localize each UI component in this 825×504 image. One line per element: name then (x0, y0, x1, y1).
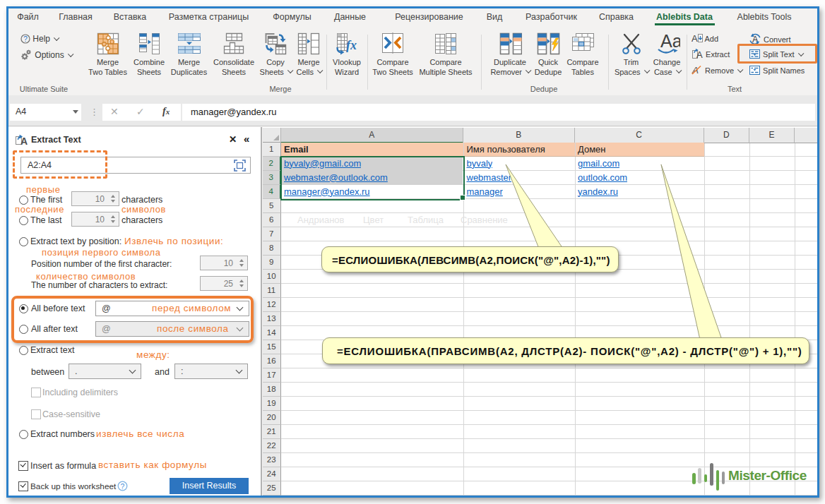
svg-text:A: A (692, 33, 698, 44)
svg-text:Aa: Aa (660, 32, 680, 51)
svg-text:A: A (20, 136, 28, 146)
svg-text:?: ? (23, 35, 28, 43)
svg-text:?: ? (121, 482, 125, 491)
svg-text:A: A (696, 49, 703, 59)
svg-text:fx: fx (346, 38, 357, 52)
